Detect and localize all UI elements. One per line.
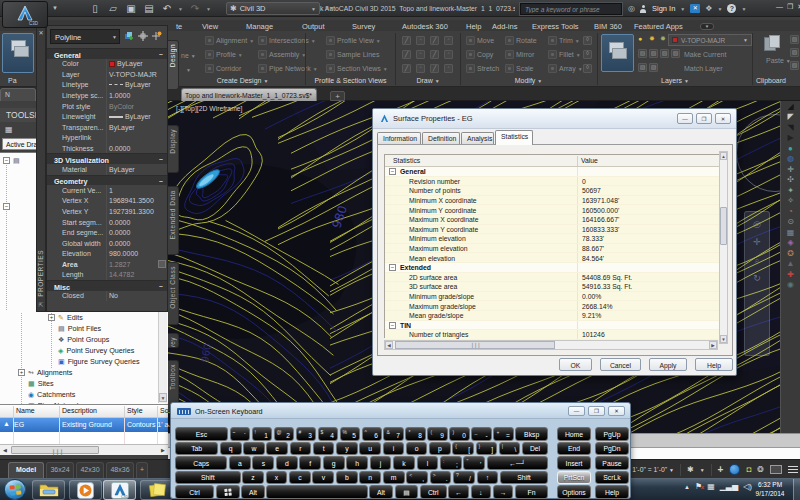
osk-key-0[interactable]: )0 <box>449 427 469 441</box>
layer-tool-icon[interactable]: ▧ <box>649 49 658 58</box>
draw-tool-icon[interactable]: ╱ <box>402 36 411 45</box>
toolbar-icon-9[interactable]: ✦ <box>784 186 798 195</box>
osk-key-6[interactable]: ^6 <box>362 427 382 441</box>
draw-tool-icon[interactable]: ╱ <box>430 50 439 59</box>
osk-maximize-button[interactable]: ❐ <box>588 406 605 416</box>
osk-key-.[interactable]: >. <box>430 471 452 485</box>
osk-key-9[interactable]: (9 <box>427 427 447 441</box>
layout-tab--[interactable]: + <box>136 462 148 479</box>
pan-icon[interactable]: ✛ <box>753 238 761 247</box>
qat-customize-caret-icon[interactable]: ▼▾ <box>324 4 333 11</box>
toolbar-icon-8[interactable]: ✣ <box>784 175 798 184</box>
palette-row-transparen-[interactable]: Transparen...ByLayer <box>47 122 168 133</box>
draw-tool-icon[interactable]: ◦ <box>416 50 425 59</box>
osk-key-▤[interactable]: ▤ <box>395 485 419 499</box>
osk-key-win[interactable] <box>216 485 240 499</box>
steering-wheel-icon[interactable]: ◎ <box>753 220 761 229</box>
item-view-hscrollbar[interactable]: ◀ ┃┃┃ ▶ <box>0 444 168 455</box>
panel-label-profile-section-views[interactable]: Profile & Section Views <box>306 77 395 84</box>
palette-row-current-ve-[interactable]: Current Ve...1 <box>47 185 168 196</box>
signin-caret-icon[interactable]: ▼ <box>680 6 685 12</box>
new-file-icon[interactable]: ▯ <box>88 3 102 14</box>
panel-label-modify[interactable]: Modify ▼ <box>461 77 596 84</box>
autodesk360-status-icon[interactable] <box>729 464 740 475</box>
osk-key-s[interactable]: s <box>252 456 274 470</box>
undo-icon[interactable]: ↶ <box>160 3 174 14</box>
palette-section-misc[interactable]: Misc– <box>47 280 168 291</box>
ribbon-item-alignment[interactable]: Alignment ▼ <box>205 36 254 45</box>
draw-tool-icon[interactable]: ╱ <box>402 64 411 73</box>
osk-key-win[interactable] <box>266 485 367 499</box>
ribbon-item-mirror[interactable]: Mirror <box>505 50 534 59</box>
dialog-maximize-button[interactable]: ❐ <box>696 113 712 124</box>
scroll-left-icon[interactable]: ◀ <box>1 446 9 454</box>
clipboard-tool-icon[interactable]: ▧ <box>790 61 799 70</box>
osk-key-=[interactable]: += <box>493 427 513 441</box>
draw-tool-icon[interactable]: ╱ <box>402 50 411 59</box>
stat-group-tin[interactable]: −TIN <box>385 321 723 331</box>
taskbar-explorer-button[interactable] <box>32 480 65 500</box>
help-caret-icon[interactable]: ▼ <box>741 6 746 12</box>
layer-state-icon[interactable]: ✸ <box>660 35 666 43</box>
ribbon-item-pipe-network[interactable]: Pipe Network ▼ <box>258 64 318 73</box>
osk-key-'[interactable]: "' <box>463 456 485 470</box>
osk-key-Tab[interactable]: Tab <box>175 442 218 456</box>
infocenter-search[interactable]: Type a keyword or phrase <box>520 3 622 15</box>
ribbon-tab-express-tools[interactable]: Express Tools <box>532 22 579 31</box>
osk-key-g[interactable]: g <box>323 456 345 470</box>
osk-key-Ctrl[interactable]: Ctrl <box>175 485 214 499</box>
stat-row-minimum-grade-slope[interactable]: Minimum grade/slope0.00% <box>385 292 723 302</box>
osk-close-button[interactable]: ✕ <box>608 406 625 416</box>
quick-select-icon[interactable] <box>124 31 134 41</box>
toolbar-icon-5[interactable]: ● <box>784 144 798 153</box>
sign-in-button[interactable]: Sign In <box>652 4 675 13</box>
draw-tool-icon[interactable]: ◦ <box>444 64 453 73</box>
palette-close-icon[interactable]: ✕ <box>39 29 44 36</box>
minimize-button[interactable]: — <box>776 3 783 11</box>
osk-key-Shift[interactable]: Shift <box>500 471 548 485</box>
ribbon-item-section-views[interactable]: Section Views ▼ <box>326 64 388 73</box>
scroll-up-icon[interactable]: ▲ <box>720 152 727 160</box>
navigation-bar[interactable]: ◎ ✛ ⌕ ↻ <box>744 211 770 356</box>
osk-key-scrlk[interactable]: ScrLk <box>595 471 629 485</box>
palette-row-end-segme-[interactable]: End segme...0.0000 <box>47 227 168 238</box>
exchange-apps-icon[interactable]: ✕ <box>690 4 700 13</box>
taskbar-media-button[interactable] <box>69 480 102 500</box>
osk-key-7[interactable]: &7 <box>383 427 403 441</box>
appmenu-caret-icon[interactable]: ▼ <box>52 5 58 11</box>
osk-key-←[interactable]: ← <box>448 485 469 499</box>
palette-row-elevation[interactable]: Elevation980.0000 <box>47 248 168 259</box>
plus-icon[interactable]: + <box>718 464 724 475</box>
paste-icon[interactable] <box>764 35 782 53</box>
osk-key-p[interactable]: p <box>429 442 451 456</box>
collapse-icon[interactable]: − <box>389 264 396 271</box>
panel-label-create-design[interactable]: Create Design ▼ <box>180 77 305 84</box>
clipboard-tool-icon[interactable]: ▧ <box>790 35 799 44</box>
windows-update-icon[interactable]: ▦ <box>707 482 715 491</box>
stat-row-mean-grade-slope[interactable]: Mean grade/slope9.21% <box>385 311 723 321</box>
ribbon-tab-bim-360[interactable]: BIM 360 <box>594 22 622 31</box>
toolbar-icon-18[interactable]: ◉ <box>784 280 798 289</box>
stat-group-extended[interactable]: −Extended <box>385 263 723 273</box>
layer-state-icon[interactable]: ✸ <box>649 35 655 43</box>
osk-key-`[interactable]: ~` <box>230 427 250 441</box>
osk-key-e[interactable]: e <box>266 442 288 456</box>
osk-key-8[interactable]: *8 <box>405 427 425 441</box>
taskbar-stickynotes-button[interactable] <box>140 480 173 500</box>
toolbar-icon-16[interactable]: ▲ <box>784 259 798 268</box>
scroll-right-icon[interactable]: ▶ <box>709 341 717 349</box>
ribbon-tab-view[interactable]: View <box>202 22 218 31</box>
toolbar-icon-13[interactable]: ▦ <box>784 228 798 237</box>
ribbon-item-fillet[interactable]: Fillet ▼ <box>548 50 581 59</box>
layout-tab-36x24[interactable]: 36x24 <box>46 462 74 479</box>
stat-row-mean-elevation[interactable]: Mean elevation84.564' <box>385 253 723 263</box>
column-header-style[interactable]: Style <box>127 407 143 414</box>
side-tab-object-class[interactable]: Object Class <box>168 262 179 325</box>
osk-key-k[interactable]: k <box>393 456 415 470</box>
panel-label-draw[interactable]: Draw ▼ <box>396 77 460 84</box>
toolbar-icon-3[interactable]: ◥ <box>784 123 798 132</box>
osk-key-Alt[interactable]: Alt <box>369 485 393 499</box>
vscroll-thumb[interactable] <box>720 207 727 245</box>
draw-tool-icon[interactable]: ◦ <box>444 36 453 45</box>
toolspace-toolbar-icon[interactable]: ▦ <box>5 125 13 134</box>
